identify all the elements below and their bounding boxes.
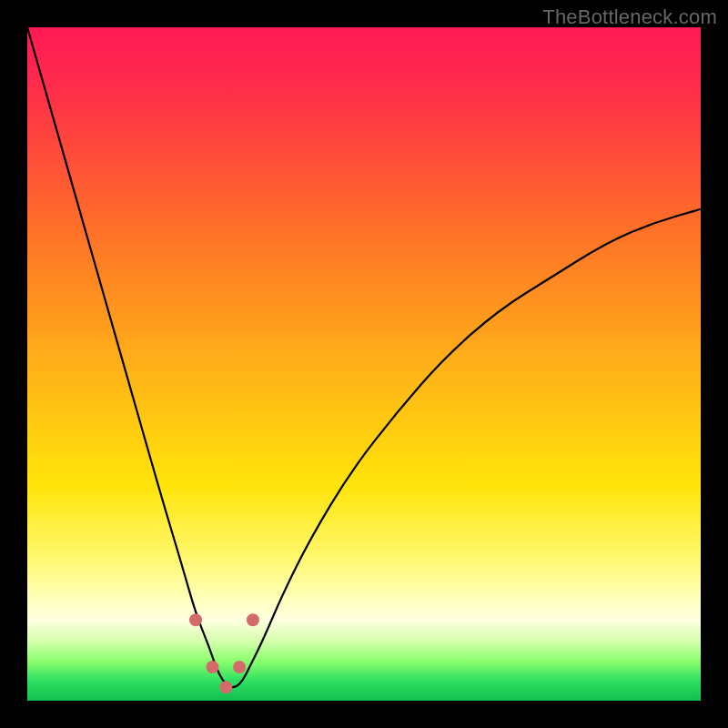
watermark-label: TheBottleneck.com <box>542 5 717 29</box>
bottleneck-curve <box>27 27 701 687</box>
plot-area <box>27 27 701 701</box>
curve-node <box>247 613 259 626</box>
curve-node <box>233 661 246 673</box>
curve-node <box>219 681 232 693</box>
chart-frame: TheBottleneck.com <box>0 0 728 728</box>
curve-node <box>189 613 202 626</box>
curve-node <box>207 661 219 673</box>
curve-svg <box>27 27 701 701</box>
